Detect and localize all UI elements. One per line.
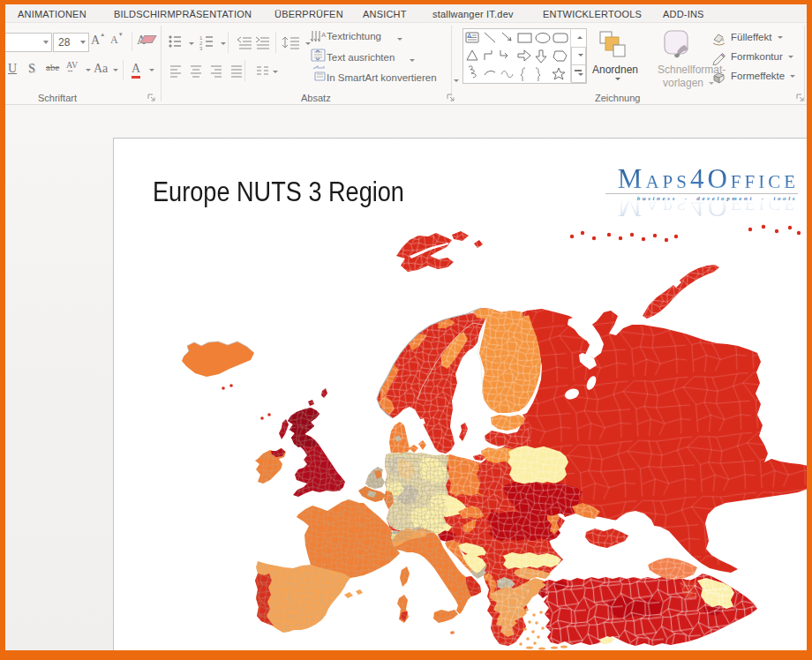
svg-text:A: A — [467, 32, 472, 40]
svg-text:3: 3 — [199, 46, 203, 51]
